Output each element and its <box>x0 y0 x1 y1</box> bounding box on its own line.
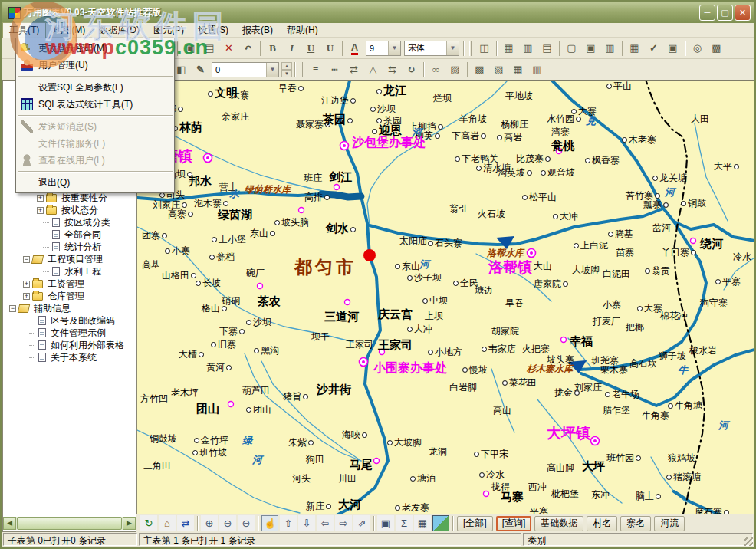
filter-button-全部[interactable]: [全部] <box>457 516 493 531</box>
spin-down-icon[interactable]: ▼ <box>281 70 292 77</box>
pattern4-icon[interactable]: ▥ <box>528 61 546 78</box>
expand-icon[interactable]: + <box>23 281 30 288</box>
preview-icon[interactable]: ◎ <box>689 40 706 57</box>
menu-设置(S)[interactable]: 设置(S) <box>191 22 235 38</box>
resize-grip[interactable] <box>744 537 753 546</box>
refresh-icon[interactable]: ↻ <box>140 515 157 531</box>
link-icon[interactable]: ∞ <box>427 61 445 78</box>
tree-horizontal-scrollbar[interactable]: ◀ ▶ <box>3 517 136 530</box>
toolbar-handle[interactable] <box>469 41 472 56</box>
collapse-icon[interactable]: − <box>9 305 16 312</box>
hand-icon[interactable]: ☝ <box>261 515 278 531</box>
toolbar-handle[interactable] <box>176 41 178 56</box>
menu-item-用户管理(U)[interactable]: 用户管理(U) <box>16 57 174 74</box>
tree-item[interactable]: 关于本系统 <box>3 351 136 363</box>
expand-icon[interactable]: + <box>37 207 44 214</box>
menu-报表(B)[interactable]: 报表(B) <box>235 22 280 38</box>
font-color-icon[interactable]: A <box>346 40 363 57</box>
chevron-down-icon[interactable]: ▼ <box>388 41 400 55</box>
undo-icon[interactable]: ↶ <box>239 40 257 57</box>
filter-button-寨名[interactable]: 寨名 <box>620 516 651 531</box>
menu-item-设置SQL全局参数(L)[interactable]: 设置SQL全局参数(L) <box>16 79 174 96</box>
grid-close-icon[interactable]: ▩ <box>708 40 725 57</box>
sum-icon[interactable]: Σ <box>396 515 413 531</box>
menu-帮助(H)[interactable]: 帮助(H) <box>280 22 325 38</box>
expand-icon[interactable]: + <box>37 195 44 202</box>
tree-item[interactable]: 统计分析 <box>3 241 136 253</box>
layers-icon[interactable]: ▣ <box>377 515 394 531</box>
tree-item[interactable]: +按状态分 <box>3 204 136 216</box>
toolbar-handle[interactable] <box>301 62 303 77</box>
arrows-icon[interactable]: ⇄ <box>345 61 363 78</box>
bold-icon[interactable]: B <box>264 40 281 57</box>
tree-item[interactable]: 全部合同 <box>3 228 136 241</box>
chevron-down-icon[interactable]: ▼ <box>266 63 278 77</box>
strike-icon[interactable]: U <box>321 40 339 57</box>
tree-item[interactable]: +工资管理 <box>3 278 136 290</box>
zoom-far-icon[interactable]: ⊖ <box>238 515 255 531</box>
tree-item[interactable]: −辅助信息 <box>3 302 136 314</box>
scroll-right-icon[interactable]: ▶ <box>123 517 136 530</box>
home-icon[interactable]: ⌂ <box>159 515 176 531</box>
form-edit-icon[interactable]: ▣ <box>582 40 600 57</box>
filter-button-基础数据[interactable]: 基础数据 <box>534 516 583 531</box>
table-calc-icon[interactable]: ▤ <box>538 40 556 57</box>
export-icon[interactable]: ⇄ <box>177 515 194 531</box>
form-icon[interactable]: ▢ <box>563 40 580 57</box>
left-icon[interactable]: ⇦ <box>317 515 334 531</box>
tree-item[interactable]: 区号及邮政编码 <box>3 314 136 327</box>
fill-color-icon[interactable]: ◧ <box>173 61 190 78</box>
db-lookup-icon[interactable]: ◫ <box>475 40 493 57</box>
pen-color-icon[interactable]: ✎ <box>192 61 209 78</box>
pattern3-icon[interactable]: ▦ <box>509 61 527 78</box>
chevron-down-icon[interactable]: ▼ <box>446 41 459 55</box>
down-icon[interactable]: ⇩ <box>298 515 315 531</box>
expand-icon[interactable]: + <box>23 293 30 300</box>
menu-工具(T)[interactable]: 工具(T) <box>2 22 46 38</box>
print-copy-icon[interactable]: ▣ <box>664 40 682 57</box>
tree-item[interactable]: +按重要性分 <box>3 192 136 204</box>
grid-icon[interactable]: ▦ <box>626 40 643 57</box>
image-icon[interactable] <box>432 515 449 531</box>
pan-diag-icon[interactable]: ⇗ <box>353 515 370 531</box>
line-width-spinner[interactable]: ▲▼ <box>281 62 292 77</box>
menu-item-SQL表达式统计工具(T)[interactable]: SQL表达式统计工具(T) <box>16 96 174 113</box>
grid-icon[interactable]: ▦ <box>414 515 431 531</box>
menu-数据库(D)[interactable]: 数据库(D) <box>92 22 146 38</box>
dashed-icon[interactable]: ┅ <box>326 61 343 78</box>
tree-item[interactable]: 水利工程 <box>3 265 136 278</box>
filter-button-村名[interactable]: 村名 <box>587 516 617 531</box>
pattern1-icon[interactable]: ▩ <box>471 61 488 78</box>
table-del-icon[interactable]: ▥ <box>519 40 537 57</box>
paste-icon[interactable]: ▤ <box>201 40 219 57</box>
up-icon[interactable]: ⇧ <box>280 515 297 531</box>
right-icon[interactable]: ⇨ <box>335 515 352 531</box>
table-add-icon[interactable]: ▦ <box>500 40 518 57</box>
menu-地图(M)[interactable]: 地图(M) <box>46 22 92 38</box>
filter-button-查询[interactable]: [查询] <box>496 516 532 531</box>
chart-icon[interactable]: ▥ <box>601 40 619 57</box>
collapse-icon[interactable]: − <box>23 256 30 263</box>
zoom-in-icon[interactable]: ⊕ <box>201 515 218 531</box>
menu-图元(P)[interactable]: 图元(P) <box>146 22 191 38</box>
delete-icon[interactable]: ✕ <box>220 40 238 57</box>
scroll-left-icon[interactable]: ◀ <box>3 517 16 530</box>
minimize-button[interactable]: ─ <box>699 5 715 21</box>
pattern2-icon[interactable]: ▧ <box>490 61 508 78</box>
rotate-icon[interactable]: ↻ <box>403 61 420 78</box>
tree-item[interactable]: 按区域分类 <box>3 216 136 228</box>
close-button[interactable]: ✕ <box>735 5 751 21</box>
scrollbar-thumb[interactable] <box>17 517 122 530</box>
tree-item[interactable]: 文件管理示例 <box>3 327 136 339</box>
node-edit-icon[interactable]: △ <box>364 61 382 78</box>
spin-up-icon[interactable]: ▲ <box>281 62 292 70</box>
menu-item-退出(Q)[interactable]: 退出(Q) <box>16 174 174 191</box>
copy-icon[interactable]: ▣ <box>182 40 199 57</box>
zoom-out-icon[interactable]: ⊖ <box>219 515 236 531</box>
font-size-combo[interactable]: 9▼ <box>366 41 401 56</box>
tree-item[interactable]: −工程项目管理 <box>3 253 136 265</box>
menu-item-更改登录密码(M)[interactable]: 更改登录密码(M) <box>16 40 174 57</box>
filter-button-河流[interactable]: 河流 <box>654 516 685 531</box>
map-canvas[interactable]: 文明大寨旱吞江边堡龙江烂坝翁郎余家庄聂家寨茶园沙坝茶园林荫庙迎恩上柳挡柳英平地坡… <box>136 80 754 514</box>
font-name-combo[interactable]: 宋体▼ <box>404 41 459 56</box>
